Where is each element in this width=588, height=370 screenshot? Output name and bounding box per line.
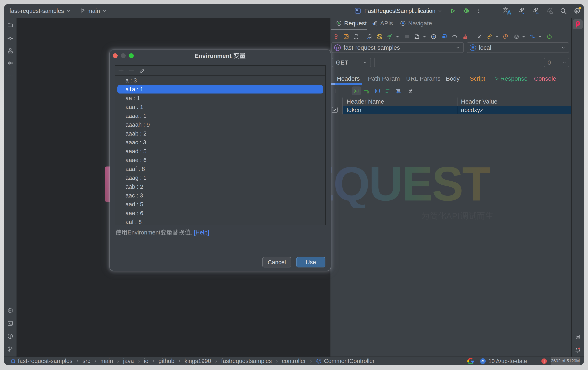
environment-list-item[interactable]: aaaf : 8 [116, 164, 325, 173]
tab-path-param[interactable]: Path Param [368, 74, 400, 83]
environment-list-item[interactable]: aa : 1 [116, 94, 325, 102]
project-selector[interactable]: fast-request-samples [10, 8, 71, 14]
more-toolwindows-icon[interactable] [7, 72, 13, 78]
connect-icon[interactable] [546, 34, 552, 40]
tab-url-params[interactable]: URL Params [406, 74, 441, 83]
commit-icon[interactable] [7, 35, 13, 41]
tab-navigate[interactable]: Navigate [400, 18, 432, 29]
run-button[interactable] [449, 7, 456, 14]
use-button[interactable]: Use [296, 257, 326, 268]
markdown-dropdown-arrow[interactable] [538, 36, 542, 38]
save-icon[interactable] [414, 34, 420, 40]
cancel-button[interactable]: Cancel [262, 257, 291, 268]
structure-icon[interactable] [7, 48, 13, 54]
error-badge-icon[interactable] [541, 358, 547, 364]
tab-console[interactable]: Console [534, 74, 556, 83]
environment-list-item[interactable]: aaa : 1 [116, 102, 325, 111]
environment-list-item[interactable]: aad : 5 [116, 200, 325, 209]
row-enabled-checkbox[interactable] [332, 107, 338, 113]
project-folder-icon[interactable] [7, 22, 13, 28]
link-dropdown-arrow[interactable] [495, 36, 499, 38]
vcs-status-widget[interactable]: 10 Δ/up-to-date [480, 358, 527, 364]
breadcrumb-item[interactable]: CommentController [306, 358, 375, 364]
plugin-plug-icon[interactable] [7, 60, 13, 66]
env-toggle-button[interactable] [352, 87, 361, 95]
domain-icon[interactable] [333, 34, 339, 40]
undo-icon[interactable] [452, 34, 457, 40]
translate-button[interactable]: A [503, 7, 511, 15]
debug-with-rocket-button[interactable] [532, 7, 539, 14]
chevron-down-icon[interactable] [437, 8, 443, 13]
debug-button[interactable] [463, 7, 470, 14]
copy-icon[interactable] [441, 34, 447, 40]
tab-apis[interactable]: APIs [372, 18, 393, 29]
send-icon[interactable] [387, 34, 392, 40]
fast-request-logo-button[interactable] [573, 19, 583, 29]
tab-request[interactable]: Request [336, 18, 367, 29]
align-lines-icon[interactable] [385, 88, 390, 94]
environment-list-item[interactable]: aaag : 1 [116, 173, 325, 182]
build-tool-icon[interactable] [575, 334, 581, 340]
tab-response[interactable]: > Response [495, 74, 528, 83]
settings-icon[interactable] [514, 34, 519, 40]
table-row[interactable]: token abcdxyz [331, 106, 571, 114]
search-code-icon[interactable] [367, 34, 373, 40]
environment-list-item[interactable]: aaac : 3 [116, 138, 325, 147]
breadcrumb-item[interactable]: fast-request-samples [11, 358, 73, 364]
cell-header-value[interactable]: abcdxyz [461, 107, 483, 113]
import-icon[interactable] [476, 34, 482, 40]
search-everywhere-button[interactable] [560, 7, 567, 14]
link-icon[interactable] [487, 34, 492, 40]
url-input[interactable] [374, 58, 541, 67]
tab-headers[interactable]: Headers [337, 74, 360, 83]
tab-script[interactable]: Script [470, 74, 485, 83]
tab-body[interactable]: Body [446, 74, 460, 83]
more-options-button[interactable] [475, 7, 483, 14]
environment-list-item[interactable]: aaf : 8 [116, 218, 325, 225]
run-with-rocket-button[interactable] [518, 7, 525, 14]
history-clock-icon[interactable] [503, 34, 508, 40]
environment-list-item[interactable]: aaab : 2 [116, 129, 325, 138]
record-icon[interactable] [431, 34, 436, 40]
help-link[interactable]: [Help] [194, 229, 209, 236]
count-combobox[interactable]: 0 [544, 58, 569, 67]
problems-icon[interactable] [7, 333, 13, 339]
remove-icon[interactable] [343, 88, 348, 94]
run-config-name[interactable]: FastRequestSampl...lication [364, 8, 435, 14]
lock-icon[interactable] [408, 88, 413, 94]
breadcrumb-item[interactable]: github [148, 358, 174, 364]
toggles-icon[interactable] [377, 34, 382, 40]
edit-pencil-icon[interactable] [139, 68, 145, 74]
import-headers-icon[interactable] [395, 88, 401, 94]
vcs-branch-selector[interactable]: main [80, 8, 107, 14]
version-control-icon[interactable] [7, 346, 13, 352]
notifications-bell-icon[interactable] [575, 347, 581, 353]
stop-icon[interactable] [404, 34, 410, 40]
send-dropdown-arrow[interactable] [396, 36, 399, 38]
config-sliders-icon[interactable] [343, 34, 349, 40]
method-combobox[interactable]: GET [332, 58, 371, 67]
environment-list-item[interactable]: a : 3 [116, 76, 325, 85]
services-icon[interactable] [7, 308, 13, 313]
remove-icon[interactable] [128, 68, 134, 74]
breadcrumb-item[interactable]: fastrequestsamples [211, 358, 272, 364]
header-badge-icon[interactable] [375, 88, 380, 94]
environment-list-item[interactable]: aae : 6 [116, 209, 325, 218]
environment-list-item[interactable]: aaae : 6 [116, 156, 325, 164]
environment-list-item[interactable]: aab : 2 [116, 182, 325, 191]
environment-list-item[interactable]: aaaa : 1 [116, 111, 325, 120]
breadcrumb-item[interactable]: src [73, 358, 90, 364]
breadcrumb-item[interactable]: main [90, 358, 113, 364]
column-header-name[interactable]: Header Name [346, 98, 384, 105]
clean-broom-icon[interactable] [462, 34, 468, 40]
add-env-icon[interactable] [364, 88, 369, 94]
environment-list-item[interactable]: a1a : 1 [117, 85, 323, 93]
breadcrumb-item[interactable]: controller [272, 358, 306, 364]
column-header-value[interactable]: Header Value [461, 98, 497, 105]
breadcrumb-item[interactable]: kings1990 [174, 358, 211, 364]
save-dropdown-arrow[interactable] [423, 36, 426, 38]
memory-indicator[interactable]: 2602 of 5120M [551, 357, 580, 365]
markdown-export-icon[interactable] [529, 34, 535, 40]
environment-combobox[interactable]: E local [467, 42, 569, 53]
breadcrumb-item[interactable]: java [113, 358, 134, 364]
